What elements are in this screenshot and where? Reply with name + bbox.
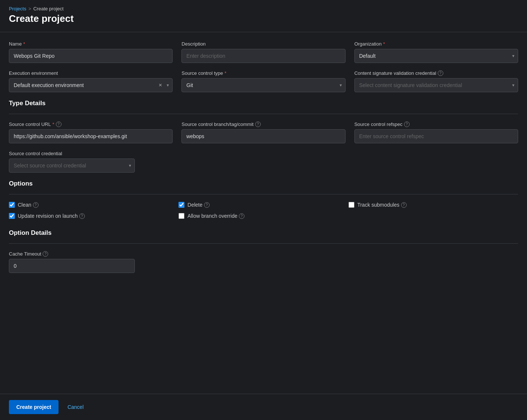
organization-select-wrapper: Default ▾ xyxy=(354,49,518,63)
source-url-label: Source control URL * ? xyxy=(9,121,173,127)
option-details-divider xyxy=(9,243,518,244)
allow-branch-label: Allow branch override ? xyxy=(187,213,244,219)
cancel-button[interactable]: Cancel xyxy=(64,400,87,414)
allow-branch-checkbox[interactable] xyxy=(179,213,184,219)
organization-select[interactable]: Default xyxy=(354,49,518,63)
type-details-title: Type Details xyxy=(9,100,518,107)
row-exec-source-sig: Execution environment Default execution … xyxy=(9,70,518,92)
execution-env-label: Execution environment xyxy=(9,70,173,76)
form-footer: Create project Cancel xyxy=(0,394,527,420)
group-cache-timeout: Cache Timeout ? xyxy=(9,251,135,273)
group-source-credential: Source control credential Select source … xyxy=(9,151,135,173)
delete-help-icon[interactable]: ? xyxy=(204,202,210,208)
options-col-1: Clean ? Update revision on launch ? xyxy=(9,202,179,219)
options-grid: Clean ? Update revision on launch ? Dele… xyxy=(9,202,518,219)
execution-env-select[interactable]: Default execution environment xyxy=(9,78,173,92)
track-submodules-help-icon[interactable]: ? xyxy=(401,202,407,208)
source-refspec-help-icon[interactable]: ? xyxy=(404,121,410,127)
track-submodules-checkbox-group: Track submodules ? xyxy=(348,202,518,208)
org-required-star: * xyxy=(383,41,385,47)
source-credential-label: Source control credential xyxy=(9,151,135,156)
organization-label: Organization * xyxy=(354,41,518,47)
form-content: Name * Description Organization * Defaul… xyxy=(0,41,527,394)
track-submodules-label: Track submodules ? xyxy=(357,202,407,208)
execution-env-wrapper: Default execution environment ▾ ✕ xyxy=(9,78,173,92)
group-description: Description xyxy=(181,41,345,63)
sct-required-star: * xyxy=(224,70,226,76)
cache-timeout-input[interactable] xyxy=(9,259,135,273)
page-title: Create project xyxy=(0,13,527,32)
update-revision-checkbox-group: Update revision on launch ? xyxy=(9,213,179,219)
group-execution-env: Execution environment Default execution … xyxy=(9,70,173,92)
source-url-help-icon[interactable]: ? xyxy=(56,121,61,127)
row-cache-timeout: Cache Timeout ? xyxy=(9,251,518,273)
source-control-type-select[interactable]: Git xyxy=(181,78,345,92)
clean-checkbox[interactable] xyxy=(9,202,15,208)
source-refspec-label: Source control refspec ? xyxy=(354,121,518,127)
type-details-divider xyxy=(9,114,518,114)
content-sig-select[interactable]: Select content signature validation cred… xyxy=(354,78,518,92)
source-branch-label: Source control branch/tag/commit ? xyxy=(181,121,345,127)
clean-label: Clean ? xyxy=(18,202,39,208)
allow-branch-checkbox-group: Allow branch override ? xyxy=(179,213,348,219)
source-branch-help-icon[interactable]: ? xyxy=(255,121,261,127)
options-col-3: Track submodules ? xyxy=(348,202,518,219)
row-source-credential: Source control credential Select source … xyxy=(9,151,518,173)
clean-checkbox-group: Clean ? xyxy=(9,202,179,208)
source-url-input[interactable] xyxy=(9,129,173,143)
source-control-type-label: Source control type * xyxy=(181,70,345,76)
group-source-url: Source control URL * ? xyxy=(9,121,173,143)
source-refspec-input[interactable] xyxy=(354,129,518,143)
content-sig-label: Content signature validation credential … xyxy=(354,70,518,76)
content-sig-wrapper: Select content signature validation cred… xyxy=(354,78,518,92)
group-source-control-type: Source control type * Git ▾ xyxy=(181,70,345,92)
group-source-branch: Source control branch/tag/commit ? xyxy=(181,121,345,143)
group-source-refspec: Source control refspec ? xyxy=(354,121,518,143)
row-name-desc-org: Name * Description Organization * Defaul… xyxy=(9,41,518,63)
breadcrumb-separator: > xyxy=(29,6,31,11)
options-col-2: Delete ? Allow branch override ? xyxy=(179,202,348,219)
group-name: Name * xyxy=(9,41,173,63)
source-credential-select[interactable]: Select source control credential xyxy=(9,159,135,173)
source-branch-input[interactable] xyxy=(181,129,345,143)
source-credential-wrapper: Select source control credential ▾ xyxy=(9,159,135,173)
cache-timeout-help-icon[interactable]: ? xyxy=(43,251,48,257)
group-organization: Organization * Default ▾ xyxy=(354,41,518,63)
breadcrumb-current: Create project xyxy=(33,6,64,11)
update-revision-label: Update revision on launch ? xyxy=(18,213,85,219)
row-source-url-branch-refspec: Source control URL * ? Source control br… xyxy=(9,121,518,143)
update-revision-help-icon[interactable]: ? xyxy=(79,213,85,219)
track-submodules-checkbox[interactable] xyxy=(348,202,354,208)
execution-env-clear-button[interactable]: ✕ xyxy=(159,83,162,88)
delete-checkbox[interactable] xyxy=(179,202,184,208)
name-input[interactable] xyxy=(9,49,173,63)
name-label: Name * xyxy=(9,41,173,47)
clean-help-icon[interactable]: ? xyxy=(33,202,39,208)
option-details-title: Option Details xyxy=(9,229,518,237)
delete-label: Delete ? xyxy=(187,202,209,208)
description-label: Description xyxy=(181,41,345,47)
update-revision-checkbox[interactable] xyxy=(9,213,15,219)
options-divider xyxy=(9,194,518,194)
breadcrumb-projects-link[interactable]: Projects xyxy=(9,6,26,11)
content-sig-help-icon[interactable]: ? xyxy=(438,70,443,76)
create-project-button[interactable]: Create project xyxy=(9,400,59,414)
name-required-star: * xyxy=(23,41,25,47)
options-title: Options xyxy=(9,180,518,187)
group-content-sig: Content signature validation credential … xyxy=(354,70,518,92)
source-url-required-star: * xyxy=(52,121,54,127)
title-divider xyxy=(0,32,527,32)
delete-checkbox-group: Delete ? xyxy=(179,202,348,208)
allow-branch-help-icon[interactable]: ? xyxy=(239,213,244,219)
description-input[interactable] xyxy=(181,49,345,63)
breadcrumb: Projects > Create project xyxy=(0,0,527,13)
cache-timeout-label: Cache Timeout ? xyxy=(9,251,135,257)
source-control-type-wrapper: Git ▾ xyxy=(181,78,345,92)
